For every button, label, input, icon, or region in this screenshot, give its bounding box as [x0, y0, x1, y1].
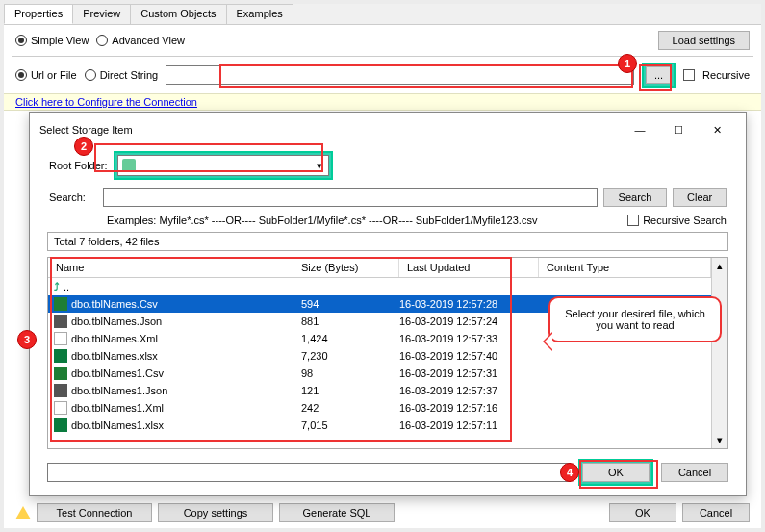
minimize-button[interactable]: —	[621, 118, 659, 141]
generate-sql-button[interactable]: Generate SQL	[279, 503, 395, 522]
tab-bar: Properties Preview Custom Objects Exampl…	[4, 4, 761, 25]
tab-properties[interactable]: Properties	[4, 4, 73, 24]
chevron-down-icon: ▾	[311, 160, 328, 172]
root-folder-label: Root Folder:	[49, 160, 108, 171]
file-row[interactable]: dbo.tblNames1.xlsx7,01516-03-2019 12:57:…	[48, 417, 711, 434]
json-file-icon	[54, 315, 67, 328]
scroll-up-icon[interactable]: ▴	[712, 258, 727, 274]
dialog-title: Select Storage Item	[39, 124, 133, 136]
xlsx-file-icon	[54, 418, 67, 432]
bottom-button-bar: Test Connection Copy settings Generate S…	[15, 503, 750, 522]
main-cancel-button[interactable]: Cancel	[682, 503, 750, 522]
recursive-label: Recursive	[702, 69, 750, 81]
file-row[interactable]: dbo.tblNames.xlsx7,23016-03-2019 12:57:4…	[48, 347, 711, 365]
search-button[interactable]: Search	[603, 188, 667, 207]
file-row[interactable]: ⤴..	[48, 278, 711, 295]
direct-string-radio[interactable]: Direct String	[85, 69, 159, 81]
tab-preview[interactable]: Preview	[72, 4, 131, 24]
file-row[interactable]: dbo.tblNames1.Xml24216-03-2019 12:57:16	[48, 399, 711, 417]
bucket-icon	[122, 159, 136, 172]
badge-2: 2	[74, 137, 93, 156]
test-connection-button[interactable]: Test Connection	[37, 503, 152, 522]
root-folder-combo[interactable]: ▾	[117, 155, 329, 176]
file-row[interactable]: dbo.tblNames1.Json12116-03-2019 12:57:37	[48, 382, 711, 399]
badge-1: 1	[618, 54, 637, 73]
tab-custom-objects[interactable]: Custom Objects	[130, 4, 226, 24]
col-content[interactable]: Content Type	[539, 258, 711, 277]
main-ok-button[interactable]: OK	[609, 503, 676, 522]
selected-path-input[interactable]	[47, 463, 571, 482]
url-input[interactable]	[166, 65, 634, 85]
search-input[interactable]	[103, 188, 598, 207]
recursive-search-label: Recursive Search	[643, 215, 727, 226]
status-bar: Total 7 folders, 42 files	[47, 232, 728, 251]
xml-file-icon	[54, 401, 67, 415]
col-updated[interactable]: Last Updated	[399, 258, 539, 277]
badge-3: 3	[17, 330, 37, 349]
url-or-file-radio[interactable]: Url or File	[15, 69, 77, 81]
scrollbar[interactable]: ▴ ▾	[711, 258, 727, 448]
csv-file-icon	[54, 297, 67, 311]
col-size[interactable]: Size (Bytes)	[293, 258, 399, 277]
badge-4: 4	[560, 463, 579, 482]
tab-examples[interactable]: Examples	[226, 4, 293, 24]
json-file-icon	[54, 384, 67, 397]
simple-view-radio[interactable]: Simple View	[15, 35, 89, 46]
advanced-view-radio[interactable]: Advanced View	[96, 35, 185, 46]
file-grid: Name Size (Bytes) Last Updated Content T…	[47, 257, 728, 449]
view-mode-row: Simple View Advanced View Load settings	[4, 25, 761, 56]
scroll-down-icon[interactable]: ▾	[712, 432, 727, 448]
file-row[interactable]: dbo.tblNames1.Csv9816-03-2019 12:57:31	[48, 365, 711, 382]
search-label: Search:	[49, 191, 97, 203]
xlsx-file-icon	[54, 349, 67, 363]
source-row: Url or File Direct String ... Recursive	[4, 57, 761, 93]
callout: Select your desired file, which you want…	[548, 296, 722, 342]
examples-text: Examples: Myfile*.cs* ----OR---- SubFold…	[107, 215, 537, 226]
warning-icon	[15, 506, 31, 519]
recursive-search-checkbox[interactable]	[627, 215, 639, 226]
recursive-checkbox[interactable]	[683, 69, 695, 81]
copy-settings-button[interactable]: Copy settings	[158, 503, 273, 522]
maximize-button[interactable]: ☐	[659, 118, 698, 141]
browse-button[interactable]: ...	[646, 66, 672, 84]
clear-button[interactable]: Clear	[673, 188, 727, 207]
col-name[interactable]: Name	[48, 258, 293, 277]
xml-file-icon	[54, 332, 67, 345]
up-folder-icon: ⤴	[54, 281, 60, 292]
cancel-button[interactable]: Cancel	[661, 463, 728, 482]
close-button[interactable]: ✕	[698, 118, 736, 141]
csv-file-icon	[54, 367, 67, 380]
load-settings-button[interactable]: Load settings	[658, 31, 750, 50]
configure-connection-link[interactable]: Click here to Configure the Connection	[15, 96, 197, 108]
ok-button[interactable]: OK	[582, 463, 650, 482]
